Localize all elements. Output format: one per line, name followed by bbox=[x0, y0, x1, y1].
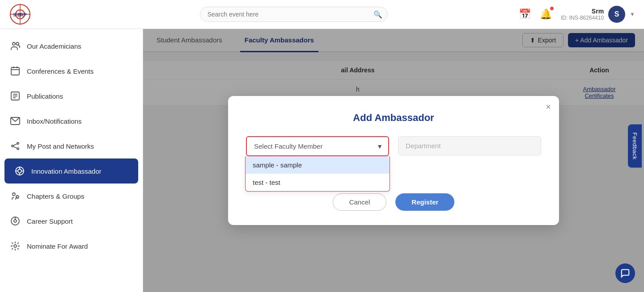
faculty-select[interactable]: Select Faculty Member sample - sample te… bbox=[247, 137, 388, 155]
ambassador-icon bbox=[13, 165, 26, 177]
svg-point-6 bbox=[13, 42, 15, 45]
sidebar-item-inbox[interactable]: Inbox/Notifications bbox=[0, 108, 143, 133]
sidebar-label-academicians: Our Academicians bbox=[27, 42, 81, 50]
department-col bbox=[398, 136, 541, 156]
sidebar-item-conferences[interactable]: Conferences & Events bbox=[0, 58, 143, 83]
inbox-icon bbox=[9, 115, 21, 127]
dropdown-item-test[interactable]: test - test bbox=[246, 174, 390, 191]
svg-point-32 bbox=[14, 245, 17, 247]
svg-line-21 bbox=[13, 146, 17, 148]
empty-col bbox=[398, 163, 541, 183]
svg-point-23 bbox=[18, 169, 21, 173]
faculty-dropdown-list: sample - sample test - test bbox=[245, 156, 390, 192]
svg-point-19 bbox=[17, 148, 19, 150]
user-info: Srm ID: INS-86264410 S ▼ bbox=[561, 6, 635, 23]
logo-area: IFERP bbox=[9, 3, 134, 25]
svg-rect-8 bbox=[11, 67, 19, 75]
svg-point-18 bbox=[17, 142, 19, 144]
modal-actions: Cancel Register bbox=[246, 193, 541, 211]
nominate-icon bbox=[9, 240, 21, 252]
modal-add-ambassador: × Add Ambassador Select Faculty Member s… bbox=[228, 96, 559, 225]
sidebar-item-mypost[interactable]: My Post and Networks bbox=[0, 133, 143, 159]
sidebar: Our Academicians Conferences & Events Pu… bbox=[0, 29, 143, 292]
layout: Our Academicians Conferences & Events Pu… bbox=[0, 29, 644, 292]
career-icon bbox=[9, 215, 21, 227]
user-name: Srm bbox=[561, 8, 604, 15]
svg-point-17 bbox=[12, 145, 13, 147]
chat-button[interactable] bbox=[615, 263, 635, 283]
dropdown-item-sample[interactable]: sample - sample bbox=[246, 156, 390, 174]
header-right: 📅 🔔 Srm ID: INS-86264410 S ▼ bbox=[519, 6, 635, 23]
sidebar-item-publications[interactable]: Publications bbox=[0, 83, 143, 108]
register-button[interactable]: Register bbox=[395, 193, 454, 211]
calendar-icon[interactable]: 📅 bbox=[519, 8, 531, 20]
sidebar-item-nominate[interactable]: Nominate For Award bbox=[0, 234, 143, 259]
form-row-1: Select Faculty Member sample - sample te… bbox=[246, 136, 541, 156]
modal-overlay: × Add Ambassador Select Faculty Member s… bbox=[143, 29, 644, 292]
logo-icon: IFERP bbox=[9, 3, 31, 25]
header: IFERP 🔍 📅 🔔 Srm ID: INS-86264410 S ▼ bbox=[0, 0, 644, 29]
academicians-icon bbox=[9, 40, 21, 52]
cancel-button[interactable]: Cancel bbox=[333, 193, 387, 211]
svg-line-20 bbox=[13, 144, 17, 146]
chapters-icon bbox=[9, 190, 21, 202]
faculty-select-wrapper: Select Faculty Member sample - sample te… bbox=[246, 136, 389, 156]
publications-icon bbox=[9, 90, 21, 102]
search-input[interactable] bbox=[200, 7, 388, 22]
search-icon: 🔍 bbox=[373, 10, 382, 19]
sidebar-item-ambassador[interactable]: Innovation Ambassador bbox=[4, 159, 138, 184]
feedback-button[interactable]: Feedback bbox=[628, 124, 642, 167]
sidebar-label-nominate: Nominate For Award bbox=[27, 242, 88, 250]
mypost-icon bbox=[9, 140, 21, 152]
main-content: Student Ambassadors Faculty Ambassadors … bbox=[143, 29, 644, 292]
department-input[interactable] bbox=[398, 136, 541, 155]
sidebar-label-career: Career Support bbox=[27, 217, 73, 225]
conferences-icon bbox=[9, 65, 21, 77]
sidebar-item-academicians[interactable]: Our Academicians bbox=[0, 33, 143, 58]
sidebar-label-chapters: Chapters & Groups bbox=[27, 192, 84, 200]
svg-point-31 bbox=[14, 220, 17, 222]
user-text: Srm ID: INS-86264410 bbox=[561, 8, 604, 21]
sidebar-item-chapters[interactable]: Chapters & Groups bbox=[0, 184, 143, 209]
notification-badge bbox=[550, 7, 554, 10]
chevron-down-icon[interactable]: ▼ bbox=[630, 11, 635, 17]
avatar[interactable]: S bbox=[608, 6, 625, 23]
sidebar-label-mypost: My Post and Networks bbox=[27, 142, 94, 150]
search-bar: 🔍 bbox=[200, 7, 388, 22]
svg-point-7 bbox=[16, 42, 19, 45]
modal-title: Add Ambassador bbox=[246, 112, 541, 124]
modal-form: Select Faculty Member sample - sample te… bbox=[246, 136, 541, 183]
sidebar-label-conferences: Conferences & Events bbox=[27, 67, 93, 75]
sidebar-label-inbox: Inbox/Notifications bbox=[27, 117, 82, 125]
sidebar-label-publications: Publications bbox=[27, 92, 63, 100]
notification-icon[interactable]: 🔔 bbox=[540, 8, 552, 20]
faculty-select-col: Select Faculty Member sample - sample te… bbox=[246, 136, 389, 156]
user-id: ID: INS-86264410 bbox=[561, 15, 604, 21]
svg-text:IFERP: IFERP bbox=[13, 13, 27, 17]
sidebar-label-ambassador: Innovation Ambassador bbox=[31, 167, 102, 175]
svg-point-28 bbox=[13, 193, 15, 196]
modal-close-button[interactable]: × bbox=[546, 102, 551, 111]
sidebar-item-career[interactable]: Career Support bbox=[0, 209, 143, 234]
